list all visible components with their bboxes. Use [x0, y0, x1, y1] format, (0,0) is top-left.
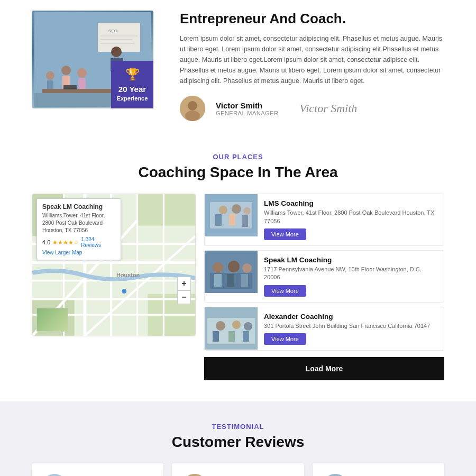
- svg-point-69: [182, 474, 207, 476]
- svg-point-44: [219, 206, 227, 214]
- author-signature: Victor Smith: [299, 102, 357, 115]
- svg-point-51: [213, 262, 223, 273]
- view-more-button-1[interactable]: View More: [264, 285, 306, 297]
- place-details-0: LMS Coaching Williams Tower, 41st Floor,…: [258, 194, 444, 245]
- places-section-label: Our Places: [32, 153, 444, 161]
- svg-text:SEO: SEO: [108, 29, 117, 33]
- map-rating: 4.0 ★★★★☆ 1,324 Reviews: [42, 236, 115, 248]
- author-title: General Manager: [216, 110, 278, 116]
- view-more-button-0[interactable]: View More: [264, 228, 306, 240]
- svg-point-66: [42, 474, 67, 476]
- map-container[interactable]: Houston Speak LM Coaching Williams Tower…: [32, 194, 196, 336]
- reviewer-row-0: John Smith Founder of Webflex: [42, 474, 153, 476]
- svg-point-53: [242, 263, 252, 273]
- author-avatar-img: [180, 96, 205, 121]
- badge-icon: 🏆: [125, 67, 140, 83]
- map-thumbnail: [36, 308, 68, 332]
- svg-point-72: [323, 474, 347, 476]
- places-section: Our Places Coaching Space In The Area: [0, 137, 476, 401]
- place-address-0: Williams Tower, 41st Floor, 2800 Post Oa…: [264, 209, 437, 225]
- place-name-1: Speak LM Coaching: [264, 256, 437, 264]
- place-details-1: Speak LM Coaching 1717 Pennsylvania Aven…: [258, 251, 444, 302]
- places-content: Houston Speak LM Coaching Williams Tower…: [32, 194, 444, 380]
- svg-rect-17: [63, 85, 77, 89]
- place-image-0: [205, 194, 258, 236]
- review-card-1: David Blablock Wealth & Health LLC Lorem…: [172, 463, 304, 476]
- reviewer-img-2: [323, 474, 347, 476]
- place-image-1: [205, 251, 258, 293]
- load-more-button[interactable]: Load More: [204, 357, 444, 380]
- top-right-content: Entrepreneur And Coach. Lorem ipsum dolo…: [180, 11, 444, 121]
- place-name-0: LMS Coaching: [264, 199, 437, 207]
- view-larger-map-link[interactable]: View Larger Map: [42, 250, 115, 255]
- rating-number: 4.0: [42, 239, 50, 245]
- place-image-2: [205, 307, 258, 350]
- badge-label: Experience: [117, 95, 148, 102]
- place-item: LMS Coaching Williams Tower, 41st Floor,…: [204, 194, 444, 246]
- map-zoom-out[interactable]: −: [177, 290, 191, 304]
- reviews-grid: John Smith Founder of Webflex Lorem Ipsu…: [32, 463, 444, 476]
- svg-rect-56: [227, 274, 234, 287]
- review-card-2: Dalmar Johnson CEO At Entavo LLC Lorem I…: [313, 463, 444, 476]
- top-left-content: SEO: [32, 11, 164, 108]
- svg-point-41: [122, 289, 127, 294]
- svg-point-46: [243, 207, 251, 215]
- svg-text:Houston: Houston: [116, 272, 140, 278]
- testimonial-section-label: Testimonial: [32, 423, 444, 431]
- reviewer-row-1: David Blablock Wealth & Health LLC: [182, 474, 293, 476]
- svg-rect-49: [242, 215, 248, 227]
- testimonial-section-title: Customer Reviews: [32, 434, 444, 451]
- svg-rect-57: [241, 274, 248, 287]
- svg-point-14: [46, 71, 54, 80]
- svg-rect-18: [63, 88, 77, 89]
- place-details-2: Alexander Coaching 301 Portola Street Jo…: [258, 307, 444, 350]
- svg-rect-48: [229, 214, 235, 225]
- svg-rect-16: [42, 89, 116, 93]
- author-info: Victor Smith General Manager: [216, 101, 278, 116]
- map-controls: + −: [177, 277, 191, 304]
- svg-point-62: [244, 322, 252, 331]
- svg-point-22: [185, 111, 200, 121]
- map-zoom-in[interactable]: +: [177, 277, 191, 290]
- svg-point-45: [232, 204, 241, 214]
- place-address-2: 301 Portola Street John Building San Fra…: [264, 322, 437, 330]
- author-avatar: [180, 96, 205, 121]
- rating-stars: ★★★★☆: [52, 239, 79, 246]
- reviews-wrapper: ‹ John Smith Founder of Webflex: [32, 463, 444, 476]
- svg-point-12: [77, 68, 87, 78]
- reviewer-avatar-0: [42, 474, 67, 476]
- places-section-title: Coaching Space In The Area: [32, 164, 444, 181]
- place-img-svg-2: [205, 307, 258, 350]
- reviewer-img-1: [182, 474, 207, 476]
- description-text: Lorem ipsum dolor sit amet, consectetur …: [180, 33, 444, 86]
- svg-rect-47: [215, 214, 222, 226]
- svg-rect-25: [138, 194, 195, 226]
- place-img-bg-1: [205, 251, 258, 293]
- places-list: LMS Coaching Williams Tower, 41st Floor,…: [204, 194, 444, 380]
- reviewer-row-2: Dalmar Johnson CEO At Entavo LLC: [323, 474, 434, 476]
- view-more-button-2[interactable]: View More: [264, 333, 306, 345]
- map-business-name: Speak LM Coaching: [42, 203, 115, 210]
- experience-badge: 🏆 20 Year Experience: [111, 61, 153, 108]
- svg-point-10: [61, 66, 71, 75]
- svg-rect-65: [243, 331, 249, 342]
- place-item-2: Alexander Coaching 301 Portola Street Jo…: [204, 307, 444, 351]
- svg-point-21: [188, 101, 197, 111]
- place-img-svg-1: [205, 251, 258, 293]
- testimonial-section: Testimonial Customer Reviews ‹ John Smit…: [0, 401, 476, 476]
- reviews-link[interactable]: 1,324 Reviews: [81, 236, 115, 248]
- svg-rect-63: [213, 331, 219, 342]
- place-img-svg-0: [205, 194, 258, 236]
- main-heading: Entrepreneur And Coach.: [180, 11, 444, 27]
- reviewer-img-0: [42, 474, 67, 476]
- place-img-bg-2: [205, 307, 258, 350]
- author-row: Victor Smith General Manager Victor Smit…: [180, 96, 444, 121]
- reviewer-avatar-1: [182, 474, 207, 476]
- place-img-bg-0: [205, 194, 258, 236]
- place-name-2: Alexander Coaching: [264, 313, 437, 321]
- review-card-0: John Smith Founder of Webflex Lorem Ipsu…: [32, 463, 163, 476]
- svg-rect-64: [228, 331, 235, 342]
- top-section: SEO: [0, 0, 476, 137]
- svg-rect-55: [214, 274, 222, 287]
- svg-point-52: [228, 261, 240, 272]
